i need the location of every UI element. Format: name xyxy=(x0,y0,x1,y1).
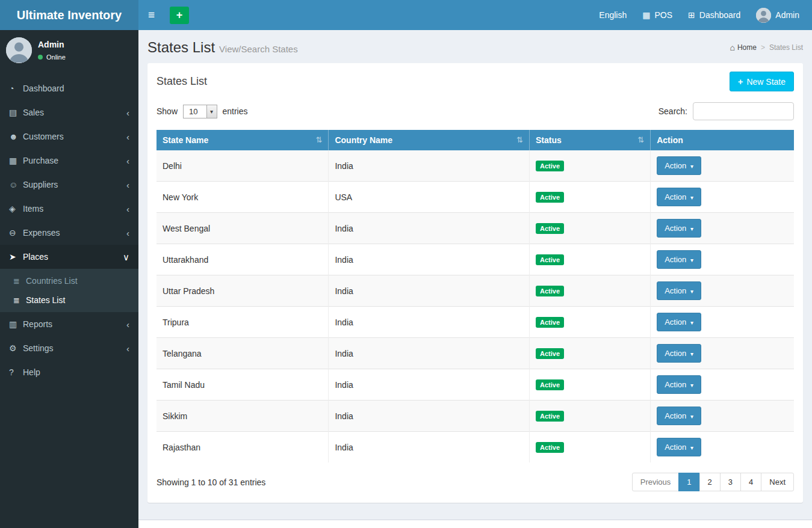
sidebar-item-expenses[interactable]: ⊖Expenses‹ xyxy=(0,221,138,245)
country-name-cell: India xyxy=(329,432,530,463)
state-name-cell: Telangana xyxy=(157,338,329,369)
action-cell: Action ▾ xyxy=(651,369,794,401)
pagination-page-3[interactable]: 3 xyxy=(720,473,741,491)
chevron-down-icon: ▾ xyxy=(206,105,217,118)
nav-language[interactable]: English xyxy=(591,0,634,30)
breadcrumb-separator: > xyxy=(761,43,765,52)
pagination-next[interactable]: Next xyxy=(761,473,794,491)
action-cell: Action ▾ xyxy=(651,432,794,463)
state-name-cell: New York xyxy=(157,182,329,213)
sidebar-item-label: Settings xyxy=(23,343,126,353)
hamburger-icon[interactable]: ≡ xyxy=(138,0,164,30)
table-row: TelanganaIndiaActiveAction ▾ xyxy=(157,338,794,369)
country-name-cell: India xyxy=(329,213,530,244)
chevron-left-icon: ‹ xyxy=(126,108,129,117)
search-control: Search: xyxy=(659,102,794,120)
action-cell: Action ▾ xyxy=(651,150,794,182)
status-cell: Active xyxy=(530,213,651,244)
nav-pos[interactable]: ▦ POS xyxy=(634,0,680,30)
sidebar: Admin Online ◔Dashboard▤Sales‹☻Customers… xyxy=(0,30,138,528)
table-controls: Show 10 ▾ entries Search: xyxy=(147,100,803,130)
status-cell: Active xyxy=(530,338,651,369)
box-title: States List xyxy=(157,75,207,88)
sidebar-item-customers[interactable]: ☻Customers‹ xyxy=(0,124,138,149)
pagination-page-4[interactable]: 4 xyxy=(740,473,761,491)
top-navbar: Ultimate Inventory ≡ + English ▦ POS ⊞ D… xyxy=(0,0,812,30)
table-row: West BengalIndiaActiveAction ▾ xyxy=(157,213,794,244)
sidebar-item-label: Sales xyxy=(23,108,126,117)
column-header-country-name[interactable]: Country Name⇅ xyxy=(329,130,530,150)
sidebar-item-label: States List xyxy=(26,295,129,305)
state-name-cell: Uttar Pradesh xyxy=(157,275,329,307)
content-header: States ListView/Search States ⌂ Home > S… xyxy=(138,30,812,63)
purchase-icon: ▦ xyxy=(9,156,23,165)
sidebar-item-places[interactable]: ➤Places∨ xyxy=(0,245,138,269)
action-cell: Action ▾ xyxy=(651,213,794,244)
brand-title: Ultimate Inventory xyxy=(17,8,122,22)
page-footer: Copyright © 2019 All rights reserved. Ul… xyxy=(138,520,812,528)
country-name-cell: India xyxy=(329,338,530,369)
sidebar-item-help[interactable]: ?Help xyxy=(0,360,138,384)
chevron-left-icon: ‹ xyxy=(126,156,129,165)
caret-down-icon: ▾ xyxy=(690,163,693,170)
table-row: TripuraIndiaActiveAction ▾ xyxy=(157,307,794,338)
nav-dashboard[interactable]: ⊞ Dashboard xyxy=(680,0,748,30)
status-badge: Active xyxy=(536,161,564,171)
action-dropdown-button[interactable]: Action ▾ xyxy=(657,250,701,269)
sidebar-menu: ◔Dashboard▤Sales‹☻Customers‹▦Purchase‹☺S… xyxy=(0,70,138,384)
action-dropdown-button[interactable]: Action ▾ xyxy=(657,313,701,331)
pagination-page-1[interactable]: 1 xyxy=(678,473,699,491)
status-badge: Active xyxy=(536,348,564,359)
action-dropdown-button[interactable]: Action ▾ xyxy=(657,344,701,363)
reports-icon: ▥ xyxy=(9,319,23,329)
action-dropdown-button[interactable]: Action ▾ xyxy=(657,156,701,175)
column-header-status[interactable]: Status⇅ xyxy=(530,130,651,150)
quick-add-button[interactable]: + xyxy=(170,7,189,24)
pagination-previous[interactable]: Previous xyxy=(632,473,680,491)
sidebar-item-label: Suppliers xyxy=(23,180,126,189)
status-badge: Active xyxy=(536,317,564,328)
action-dropdown-button[interactable]: Action ▾ xyxy=(657,219,701,238)
action-cell: Action ▾ xyxy=(651,182,794,213)
action-dropdown-button[interactable]: Action ▾ xyxy=(657,407,701,425)
page-size-select[interactable]: 10 ▾ xyxy=(183,105,217,118)
sidebar-item-settings[interactable]: ⚙Settings‹ xyxy=(0,336,138,360)
plus-icon: + xyxy=(738,76,743,87)
box-header: States List + New State xyxy=(147,63,803,100)
column-header-action: Action xyxy=(651,130,794,150)
nav-user-menu[interactable]: Admin xyxy=(748,0,807,30)
sidebar-item-countries-list[interactable]: ≣Countries List xyxy=(0,271,138,290)
sidebar-item-items[interactable]: ◈Items‹ xyxy=(0,197,138,221)
sidebar-item-sales[interactable]: ▤Sales‹ xyxy=(0,100,138,124)
breadcrumb-home[interactable]: ⌂ Home xyxy=(730,43,756,52)
pagination-page-2[interactable]: 2 xyxy=(699,473,721,491)
action-dropdown-button[interactable]: Action ▾ xyxy=(657,375,701,394)
table-body: DelhiIndiaActiveAction ▾New YorkUSAActiv… xyxy=(157,150,794,462)
new-state-button[interactable]: + New State xyxy=(730,72,794,91)
sidebar-item-states-list[interactable]: ≣States List xyxy=(0,290,138,310)
country-name-cell: India xyxy=(329,307,530,338)
caret-down-icon: ▾ xyxy=(690,382,693,388)
help-icon: ? xyxy=(9,367,23,377)
calculator-icon: ▦ xyxy=(642,10,650,20)
brand-logo[interactable]: Ultimate Inventory xyxy=(0,0,138,30)
sidebar-item-purchase[interactable]: ▦Purchase‹ xyxy=(0,149,138,173)
sidebar-item-label: Reports xyxy=(23,319,126,329)
action-dropdown-button[interactable]: Action ▾ xyxy=(657,438,701,456)
action-dropdown-button[interactable]: Action ▾ xyxy=(657,188,701,206)
column-header-state-name[interactable]: State Name⇅ xyxy=(157,130,329,150)
sidebar-item-dashboard[interactable]: ◔Dashboard xyxy=(0,76,138,100)
table-row: Tamil NaduIndiaActiveAction ▾ xyxy=(157,369,794,401)
status-cell: Active xyxy=(530,244,651,275)
action-dropdown-button[interactable]: Action ▾ xyxy=(657,281,701,300)
breadcrumb-current: States List xyxy=(769,43,803,52)
list-icon: ≣ xyxy=(13,277,26,286)
action-cell: Action ▾ xyxy=(651,338,794,369)
search-input[interactable] xyxy=(693,102,794,120)
country-name-cell: India xyxy=(329,150,530,182)
state-name-cell: Rajasthan xyxy=(157,432,329,463)
states-table: State Name⇅Country Name⇅Status⇅Action De… xyxy=(157,130,794,462)
settings-icon: ⚙ xyxy=(9,343,23,353)
sidebar-item-reports[interactable]: ▥Reports‹ xyxy=(0,312,138,336)
sidebar-item-suppliers[interactable]: ☺Suppliers‹ xyxy=(0,173,138,197)
